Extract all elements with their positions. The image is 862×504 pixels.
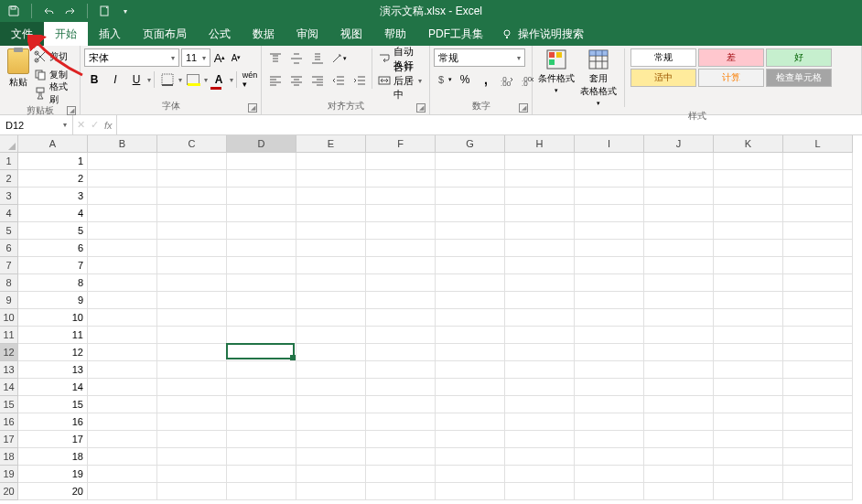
- cell[interactable]: [783, 170, 853, 188]
- align-right-button[interactable]: [307, 70, 328, 91]
- cell[interactable]: [366, 448, 436, 466]
- tab-formulas[interactable]: 公式: [198, 22, 242, 46]
- cell[interactable]: [366, 222, 436, 240]
- cell[interactable]: [575, 274, 644, 292]
- cell[interactable]: [436, 379, 505, 396]
- column-header[interactable]: B: [88, 135, 157, 153]
- cell[interactable]: [436, 344, 505, 361]
- cell[interactable]: [575, 431, 644, 448]
- font-dialog-launcher[interactable]: ◢: [248, 103, 257, 113]
- decrease-indent-button[interactable]: [329, 70, 349, 91]
- cell[interactable]: [88, 344, 157, 361]
- row-header[interactable]: 18: [0, 448, 18, 466]
- cell[interactable]: [783, 448, 853, 466]
- cell[interactable]: [296, 292, 366, 309]
- cell[interactable]: [644, 361, 714, 379]
- cell[interactable]: [644, 483, 714, 500]
- row-header[interactable]: 6: [0, 240, 18, 257]
- cell[interactable]: [227, 309, 296, 327]
- cell[interactable]: [436, 257, 505, 274]
- cell[interactable]: [157, 483, 227, 500]
- row-header[interactable]: 8: [0, 274, 18, 292]
- cell[interactable]: [505, 292, 575, 309]
- row-header[interactable]: 16: [0, 413, 18, 431]
- cell[interactable]: [575, 483, 644, 500]
- cell[interactable]: [296, 327, 366, 344]
- cell[interactable]: [157, 222, 227, 240]
- cell[interactable]: [88, 153, 157, 170]
- cell[interactable]: [157, 257, 227, 274]
- name-box[interactable]: D12▾: [0, 115, 73, 134]
- style-calculation[interactable]: 计算: [698, 69, 764, 87]
- cell[interactable]: [88, 431, 157, 448]
- cell[interactable]: [714, 257, 783, 274]
- cell[interactable]: [644, 327, 714, 344]
- cell[interactable]: [644, 431, 714, 448]
- cell[interactable]: [296, 413, 366, 431]
- cell[interactable]: [783, 222, 853, 240]
- cell[interactable]: [714, 188, 783, 205]
- increase-indent-button[interactable]: [350, 70, 370, 91]
- cell[interactable]: [505, 188, 575, 205]
- cell[interactable]: [366, 153, 436, 170]
- row-header[interactable]: 9: [0, 292, 18, 309]
- row-header[interactable]: 17: [0, 431, 18, 448]
- save-icon[interactable]: [7, 5, 20, 17]
- cell[interactable]: [505, 413, 575, 431]
- cell[interactable]: 16: [18, 413, 88, 431]
- phonetic-button[interactable]: wén▾: [240, 70, 260, 90]
- cell[interactable]: [575, 240, 644, 257]
- cell[interactable]: [366, 466, 436, 483]
- cell[interactable]: [436, 361, 505, 379]
- cell[interactable]: [88, 170, 157, 188]
- chevron-down-icon[interactable]: ▾: [230, 76, 233, 84]
- cell[interactable]: [644, 240, 714, 257]
- cell[interactable]: [505, 170, 575, 188]
- cell[interactable]: [644, 379, 714, 396]
- border-button[interactable]: [157, 70, 178, 90]
- cell[interactable]: [575, 205, 644, 222]
- cell[interactable]: [714, 344, 783, 361]
- row-header[interactable]: 2: [0, 170, 18, 188]
- cell[interactable]: [88, 483, 157, 500]
- cell[interactable]: [366, 274, 436, 292]
- cell[interactable]: [505, 361, 575, 379]
- cell[interactable]: [227, 257, 296, 274]
- cell[interactable]: [783, 344, 853, 361]
- cell[interactable]: [366, 396, 436, 413]
- cell[interactable]: [227, 292, 296, 309]
- tab-file[interactable]: 文件: [0, 22, 44, 46]
- cell[interactable]: [366, 379, 436, 396]
- cell[interactable]: [296, 466, 366, 483]
- format-painter-button[interactable]: 格式刷: [34, 85, 76, 102]
- cell[interactable]: [575, 292, 644, 309]
- cell[interactable]: [644, 205, 714, 222]
- align-top-button[interactable]: [265, 48, 286, 69]
- cell[interactable]: [366, 309, 436, 327]
- chevron-down-icon[interactable]: ▾: [147, 76, 151, 84]
- cell[interactable]: [366, 344, 436, 361]
- cell[interactable]: [157, 292, 227, 309]
- cell[interactable]: [575, 153, 644, 170]
- cell[interactable]: [296, 188, 366, 205]
- cell[interactable]: [714, 292, 783, 309]
- chevron-down-icon[interactable]: ▾: [204, 76, 208, 84]
- column-header[interactable]: H: [505, 135, 575, 153]
- conditional-formatting-button[interactable]: 条件格式 ▾: [536, 48, 576, 107]
- cell[interactable]: 5: [18, 222, 88, 240]
- cell[interactable]: [88, 466, 157, 483]
- style-normal[interactable]: 常规: [630, 48, 696, 67]
- style-bad[interactable]: 差: [698, 48, 764, 67]
- cell[interactable]: [227, 448, 296, 466]
- cell[interactable]: [783, 483, 853, 500]
- cell[interactable]: [296, 222, 366, 240]
- cells-area[interactable]: 1234567891011121314151617181920: [18, 153, 862, 500]
- cell[interactable]: [436, 483, 505, 500]
- cell[interactable]: [227, 327, 296, 344]
- cell[interactable]: 17: [18, 431, 88, 448]
- cell[interactable]: [644, 466, 714, 483]
- cell[interactable]: [88, 274, 157, 292]
- italic-button[interactable]: I: [105, 70, 125, 90]
- orientation-button[interactable]: ▾: [329, 48, 349, 69]
- cell[interactable]: [227, 188, 296, 205]
